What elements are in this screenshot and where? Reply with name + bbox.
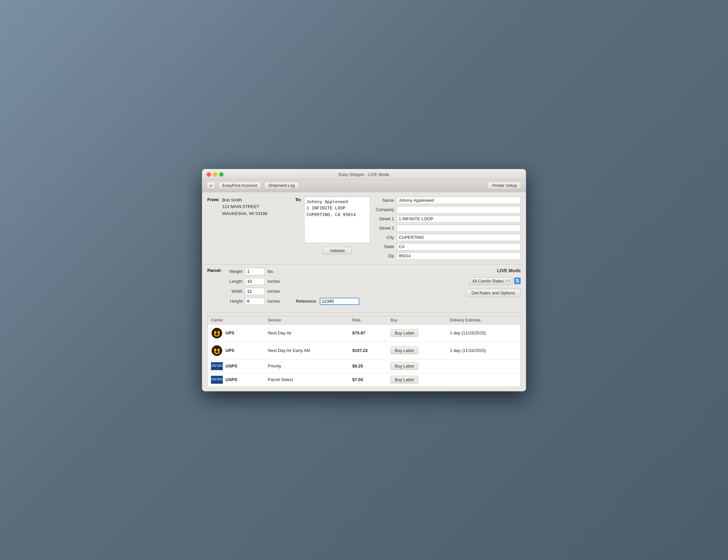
carrier-cell: UNITED STATES POSTAL SERVICE USPS — [208, 373, 265, 386]
printer-setup-button[interactable]: Printer Setup — [488, 182, 521, 189]
content-area: From: Bob Smith 123 MAIN STREET WAUKESHA… — [202, 192, 526, 391]
svg-rect-4 — [215, 349, 216, 351]
from-address: Bob Smith 123 MAIN STREET WAUKESHA, WI 5… — [222, 197, 268, 217]
table-row: UPSNext Day Air$75.87Buy Label1 day (11/… — [208, 324, 521, 342]
width-label: Width — [224, 289, 242, 294]
width-input[interactable] — [245, 288, 265, 295]
rate-cell: $7.04 — [349, 373, 387, 386]
usps-logo-icon: UNITED STATES POSTAL SERVICE — [211, 376, 223, 384]
name-field[interactable] — [397, 197, 521, 204]
height-label: Height — [224, 299, 242, 304]
carrier-cell: UPS — [208, 342, 265, 359]
width-row: Width inches — [224, 288, 359, 295]
carrier-name: USPS — [226, 364, 237, 368]
ups-logo-icon — [211, 327, 223, 339]
rate-price: $75.87 — [352, 330, 365, 335]
state-label: State — [375, 244, 394, 249]
buy-cell: Buy Label — [387, 324, 446, 342]
weight-input[interactable] — [245, 268, 265, 275]
carrier-cell: UPS — [208, 324, 265, 342]
maximize-button[interactable] — [219, 172, 224, 177]
delivery-cell: 1 day (11/16/2015) — [447, 324, 521, 342]
rates-table: Carrier Service Rate Buy Delivery Estima… — [207, 316, 521, 387]
live-mode-label: LIVE Mode — [497, 268, 521, 273]
company-label: Company — [375, 207, 394, 212]
carrier-rates-select-wrapper: All Carrier Rates — [469, 277, 512, 285]
buy-cell: Buy Label — [387, 359, 446, 373]
to-block: To: Johnny Appleseed 1 INFINITE LOOP CUP… — [295, 197, 370, 260]
service-cell: Next Day Air Early AM — [265, 342, 349, 359]
reference-input[interactable] — [320, 298, 360, 305]
buy-label-button[interactable]: Buy Label — [390, 376, 418, 383]
toolbar: + EasyPost Account Shipment Log Printer … — [202, 180, 526, 192]
to-label: To: — [295, 197, 302, 202]
from-name: Bob Smith — [222, 197, 268, 204]
svg-point-0 — [212, 328, 222, 338]
buy-label-button[interactable]: Buy Label — [390, 347, 418, 354]
height-row: Height inches Reference: — [224, 298, 359, 305]
weight-row: Weight lbs — [224, 268, 359, 275]
delivery-cell: 1 day (11/16/2015) — [447, 342, 521, 359]
street1-field[interactable] — [397, 215, 521, 223]
length-label: Length — [224, 279, 242, 284]
svg-text:POSTAL SERVICE: POSTAL SERVICE — [211, 379, 223, 381]
shipment-log-button[interactable]: Shipment Log — [264, 182, 299, 189]
add-button[interactable]: + — [207, 182, 216, 189]
rate-price: $107.22 — [352, 348, 367, 353]
svg-text:POSTAL SERVICE: POSTAL SERVICE — [211, 366, 223, 367]
width-unit: inches — [268, 289, 280, 294]
height-input[interactable] — [245, 298, 265, 305]
svg-rect-13 — [212, 381, 222, 382]
delivery-header: Delivery Estimate — [447, 316, 521, 324]
rate-cell: $6.25 — [349, 359, 387, 373]
ups-logo-icon — [211, 345, 223, 357]
get-rates-button[interactable]: Get Rates and Options — [466, 289, 521, 297]
main-window: Easy Shipper - LIVE Mode + EasyPost Acco… — [202, 169, 526, 391]
buy-label-button[interactable]: Buy Label — [390, 362, 418, 370]
reference-label-inline: Reference: — [296, 299, 317, 304]
zip-field[interactable] — [397, 252, 521, 260]
rate-price: $7.04 — [352, 377, 363, 382]
carrier-rates-row: All Carrier Rates ⇅ — [469, 277, 521, 285]
delivery-cell — [447, 373, 521, 386]
from-block: From: Bob Smith 123 MAIN STREET WAUKESHA… — [207, 197, 290, 260]
rate-cell: $75.87 — [349, 324, 387, 342]
buy-header: Buy — [387, 316, 446, 324]
titlebar: Easy Shipper - LIVE Mode — [202, 169, 526, 180]
street2-field[interactable] — [397, 225, 521, 232]
svg-rect-9 — [212, 367, 222, 368]
parcel-dims: Length inches Width inches Height — [224, 278, 359, 305]
carrier-cell-inner: UPS — [211, 345, 261, 357]
buy-cell: Buy Label — [387, 373, 446, 386]
height-unit: inches — [268, 299, 280, 304]
company-field[interactable] — [397, 206, 521, 213]
rates-table-header: Carrier Service Rate Buy Delivery Estima… — [208, 316, 521, 324]
table-row: UPSNext Day Air Early AM$107.22Buy Label… — [208, 342, 521, 359]
to-textarea-wrapper: Johnny Appleseed 1 INFINITE LOOP CUPERTI… — [304, 197, 370, 254]
service-cell: Next Day Air — [265, 324, 349, 342]
city-field[interactable] — [397, 234, 521, 241]
carrier-rates-select[interactable]: All Carrier Rates — [469, 277, 512, 285]
address-section: From: Bob Smith 123 MAIN STREET WAUKESHA… — [207, 197, 521, 260]
rates-header-row: Carrier Service Rate Buy Delivery Estima… — [208, 316, 521, 324]
from-label: From: — [207, 197, 220, 202]
delivery-cell — [447, 359, 521, 373]
window-title: Easy Shipper - LIVE Mode — [339, 172, 389, 177]
validate-button[interactable]: Validate — [323, 247, 352, 254]
rates-table-body: UPSNext Day Air$75.87Buy Label1 day (11/… — [208, 324, 521, 386]
section-divider — [207, 264, 521, 265]
rate-cell: $107.22 — [349, 342, 387, 359]
length-input[interactable] — [245, 278, 265, 285]
name-label: Name — [375, 198, 394, 203]
parcel-right: LIVE Mode All Carrier Rates ⇅ Get Rates … — [448, 268, 521, 297]
carrier-cell-inner: UNITED STATES POSTAL SERVICE USPS — [211, 362, 261, 370]
rate-header: Rate — [349, 316, 387, 324]
minimize-button[interactable] — [213, 172, 217, 177]
close-button[interactable] — [207, 172, 211, 177]
carrier-cell-inner: UPS — [211, 327, 261, 339]
carrier-rates-dropdown-icon[interactable]: ⇅ — [514, 278, 521, 284]
state-field[interactable] — [397, 243, 521, 250]
easypost-account-button[interactable]: EasyPost Account — [218, 182, 262, 189]
to-address-textarea[interactable]: Johnny Appleseed 1 INFINITE LOOP CUPERTI… — [304, 197, 370, 243]
buy-label-button[interactable]: Buy Label — [390, 329, 418, 337]
